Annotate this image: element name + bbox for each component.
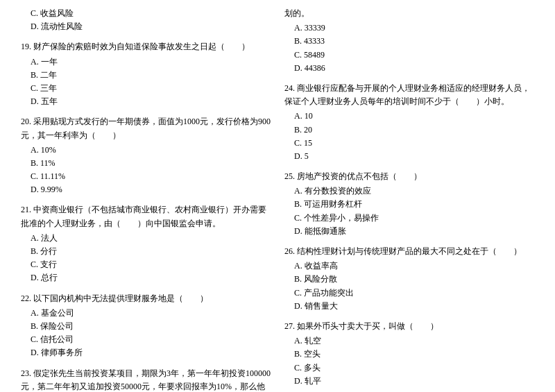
q26-option-a: A. 收益率高 [284,259,534,273]
q19-option-d: D. 五年 [21,95,271,108]
right-column: 划的。 A. 33339 B. 43333 C. 58489 D. 44386 … [284,7,534,392]
question-24: 24. 商业银行应配备与开展的个人理财业务相适应的经理财务人员，保证个人理财业务… [284,82,534,163]
q23-text: 23. 假定张先生当前投资某项目，期限为3年，第一年年初投资100000元，第二… [21,367,271,393]
q22-text: 22. 以下国内机构中无法提供理财服务地是（ ） [21,292,271,305]
question-27: 27. 如果外币头寸卖大于买，叫做（ ） A. 轧空 B. 空头 C. 多头 D… [284,320,534,388]
q27-option-d: D. 轧平 [284,375,534,388]
q25-option-d: D. 能抵御通胀 [284,225,534,238]
q22-option-d: D. 律师事务所 [21,346,271,359]
q27-option-c: C. 多头 [284,361,534,375]
question-26: 26. 结构性理财计划与传统理财产品的最大不同之处在于（ ） A. 收益率高 B… [284,245,534,313]
q26-option-d: D. 销售量大 [284,300,534,313]
q19-text: 19. 财产保险的索赔时效为自知道保险事故发生之日起（ ） [21,40,271,53]
q21-option-b: B. 分行 [21,245,271,258]
q27-option-a: A. 轧空 [284,334,534,348]
question-21: 21. 中资商业银行（不包括城市商业银行、农村商业银行）开办需要批准的个人理财业… [21,203,271,284]
q-c-d-options: C. 收益风险 D. 流动性风险 [21,7,271,33]
q21-option-a: A. 法人 [21,232,271,245]
q20-option-b: B. 11% [21,157,271,170]
q27-text: 27. 如果外币头寸卖大于买，叫做（ ） [284,320,534,333]
question-25: 25. 房地产投资的优点不包括（ ） A. 有分数投资的效应 B. 可运用财务杠… [284,170,534,238]
q24-text: 24. 商业银行应配备与开展的个人理财业务相适应的经理财务人员，保证个人理财业务… [284,82,534,108]
question-22: 22. 以下国内机构中无法提供理财服务地是（ ） A. 基金公司 B. 保险公司… [21,292,271,360]
q20-text: 20. 采用贴现方式发行的一年期债券，面值为1000元，发行价格为900元，其一… [21,115,271,142]
q23-option-a: A. 33339 [284,22,534,35]
q21-option-c: C. 支行 [21,258,271,271]
q26-option-c: C. 产品功能突出 [284,287,534,300]
q24-option-d: D. 5 [284,150,534,163]
q20-option-a: A. 10% [21,144,271,157]
question-20: 20. 采用贴现方式发行的一年期债券，面值为1000元，发行价格为900元，其一… [21,115,271,196]
q19-option-b: B. 二年 [21,69,271,82]
q22-option-a: A. 基金公司 [21,307,271,320]
q23-cont-line: 划的。 [284,7,534,20]
option-d-risk: D. 流动性风险 [21,20,271,33]
question-23: 23. 假定张先生当前投资某项目，期限为3年，第一年年初投资100000元，第二… [21,367,271,393]
q23-continued: 划的。 A. 33339 B. 43333 C. 58489 D. 44386 [284,7,534,75]
q20-option-d: D. 9.99% [21,183,271,196]
q23-option-b: B. 43333 [284,35,534,48]
q19-option-a: A. 一年 [21,56,271,69]
question-19: 19. 财产保险的索赔时效为自知道保险事故发生之日起（ ） A. 一年 B. 二… [21,40,271,108]
q23-option-d: D. 44386 [284,62,534,75]
q25-option-a: A. 有分数投资的效应 [284,185,534,198]
q25-text: 25. 房地产投资的优点不包括（ ） [284,170,534,183]
q25-option-b: B. 可运用财务杠杆 [284,198,534,211]
q26-option-b: B. 风险分散 [284,273,534,286]
q21-text: 21. 中资商业银行（不包括城市商业银行、农村商业银行）开办需要批准的个人理财业… [21,203,271,230]
q22-option-c: C. 信托公司 [21,333,271,346]
left-column: C. 收益风险 D. 流动性风险 19. 财产保险的索赔时效为自知道保险事故发生… [21,7,271,392]
q24-option-c: C. 15 [284,137,534,150]
q21-option-d: D. 总行 [21,271,271,284]
q26-text: 26. 结构性理财计划与传统理财产品的最大不同之处在于（ ） [284,245,534,258]
q24-option-a: A. 10 [284,110,534,123]
q27-option-b: B. 空头 [284,348,534,361]
q19-option-c: C. 三年 [21,82,271,95]
option-c-risk: C. 收益风险 [21,7,271,20]
q24-option-b: B. 20 [284,123,534,137]
q22-option-b: B. 保险公司 [21,320,271,333]
q25-option-c: C. 个性差异小，易操作 [284,212,534,225]
q23-option-c: C. 58489 [284,49,534,62]
q20-option-c: C. 11.11% [21,170,271,183]
